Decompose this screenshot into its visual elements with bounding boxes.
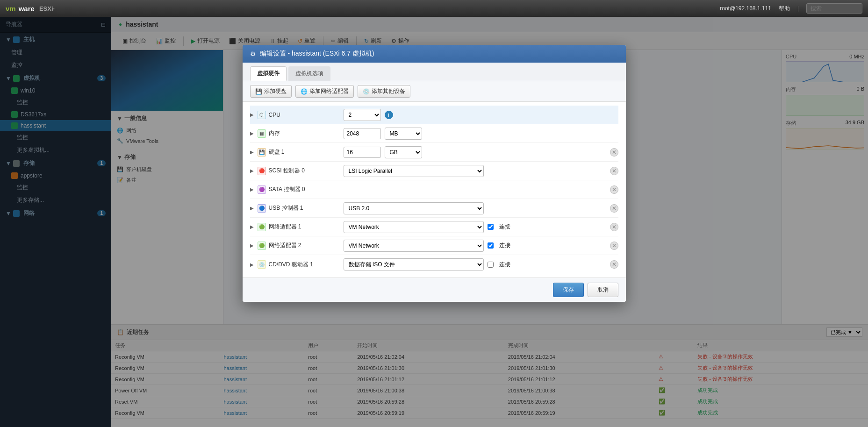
usb-delete-button[interactable]: ✕ xyxy=(610,204,618,213)
usb-expand-icon[interactable]: ▶ xyxy=(250,206,254,211)
cpu-label: CPU xyxy=(269,112,280,118)
modal-settings-icon: ⚙ xyxy=(250,50,256,57)
modal-header-left: ⚙ 编辑设置 - hassistant (ESXi 6.7 虚拟机) xyxy=(250,50,374,58)
hw-row-scsi: ▶ 🔴 SCSI 控制器 0 LSI Logic Parallel LSI Lo… xyxy=(250,162,618,180)
header-right: root@192.168.1.111 帮助 | xyxy=(720,3,862,14)
add-network-icon: 🌐 xyxy=(301,88,308,95)
net2-delete-button[interactable]: ✕ xyxy=(610,242,618,250)
modal-body: ▶ ⬡ CPU 2 i ▶ ▦ 内存 xyxy=(243,102,626,278)
cpu-label-cell: ▶ ⬡ CPU xyxy=(250,111,344,119)
hw-row-disk1: ▶ 💾 硬盘 1 GB TB ✕ xyxy=(250,143,618,162)
disk1-expand-icon[interactable]: ▶ xyxy=(250,149,254,155)
cd-delete-button[interactable]: ✕ xyxy=(610,260,618,269)
disk1-label: 硬盘 1 xyxy=(269,148,285,156)
sata-icon: 🟣 xyxy=(258,185,266,194)
memory-size-input[interactable] xyxy=(344,128,381,139)
usb-control: USB 2.0 USB 3.0 ✕ xyxy=(344,202,618,214)
memory-label-cell: ▶ ▦ 内存 xyxy=(250,129,344,138)
modal-tabs: 虚拟硬件 虚拟机选项 xyxy=(243,63,626,81)
cpu-count-select[interactable]: 2 xyxy=(344,109,381,121)
modal-header: ⚙ 编辑设置 - hassistant (ESXi 6.7 虚拟机) xyxy=(243,45,626,63)
disk1-delete-button[interactable]: ✕ xyxy=(610,148,618,157)
sata-label: SATA 控制器 0 xyxy=(269,185,305,193)
cd-expand-icon[interactable]: ▶ xyxy=(250,262,254,267)
modal-footer: 保存 取消 xyxy=(243,278,626,302)
memory-unit-select[interactable]: MB GB xyxy=(385,128,422,140)
add-other-icon: 💿 xyxy=(363,88,370,95)
add-disk-button[interactable]: 💾 添加硬盘 xyxy=(250,85,292,98)
tab-virtual-hardware[interactable]: 虚拟硬件 xyxy=(250,66,287,81)
net2-connect-label: 连接 xyxy=(499,242,510,249)
net1-delete-button[interactable]: ✕ xyxy=(610,223,618,231)
memory-label: 内存 xyxy=(269,129,280,137)
hw-row-sata: ▶ 🟣 SATA 控制器 0 ✕ xyxy=(250,180,618,199)
scsi-delete-button[interactable]: ✕ xyxy=(610,167,618,175)
modal-toolbar: 💾 添加硬盘 🌐 添加网络适配器 💿 添加其他设备 xyxy=(243,81,626,102)
add-network-label: 添加网络适配器 xyxy=(309,87,349,95)
usb-icon: 🔵 xyxy=(258,204,266,213)
cpu-info-button[interactable]: i xyxy=(385,111,393,119)
tab-vm-options[interactable]: 虚拟机选项 xyxy=(288,66,330,81)
add-network-button[interactable]: 🌐 添加网络适配器 xyxy=(295,85,354,98)
net1-connect-checkbox[interactable] xyxy=(488,224,494,230)
user-label[interactable]: root@192.168.1.111 xyxy=(720,5,771,12)
sata-control: ✕ xyxy=(344,185,618,194)
hw-row-cpu: ▶ ⬡ CPU 2 i xyxy=(250,106,618,124)
save-button[interactable]: 保存 xyxy=(553,283,584,297)
hw-row-usb: ▶ 🔵 USB 控制器 1 USB 2.0 USB 3.0 ✕ xyxy=(250,199,618,218)
ware-text: ware xyxy=(19,5,35,13)
sata-expand-icon[interactable]: ▶ xyxy=(250,187,254,192)
scsi-expand-icon[interactable]: ▶ xyxy=(250,168,254,173)
cd-control: 数据存储 ISO 文件 连接 ✕ xyxy=(344,258,618,270)
net1-expand-icon[interactable]: ▶ xyxy=(250,224,254,229)
top-header: vmware ESXi· root@192.168.1.111 帮助 | xyxy=(0,0,868,17)
hw-row-cd: ▶ 💿 CD/DVD 驱动器 1 数据存储 ISO 文件 连接 ✕ xyxy=(250,255,618,274)
disk1-control: GB TB ✕ xyxy=(344,146,618,158)
scsi-control: LSI Logic Parallel LSI Logic SAS ✕ xyxy=(344,165,618,177)
vmware-logo: vmware ESXi· xyxy=(6,5,55,13)
vmware-text: vm xyxy=(6,5,16,13)
net2-label: 网络适配器 2 xyxy=(269,242,301,249)
hw-row-net2: ▶ 🟢 网络适配器 2 VM Network 连接 ✕ xyxy=(250,236,618,255)
usb-type-select[interactable]: USB 2.0 USB 3.0 xyxy=(344,202,484,214)
cd-connect-label: 连接 xyxy=(499,261,510,269)
hw-row-net1: ▶ 🟢 网络适配器 1 VM Network 连接 ✕ xyxy=(250,218,618,236)
net1-network-select[interactable]: VM Network xyxy=(344,221,484,233)
net2-expand-icon[interactable]: ▶ xyxy=(250,243,254,248)
sata-delete-button[interactable]: ✕ xyxy=(610,185,618,194)
net2-icon: 🟢 xyxy=(258,242,266,250)
add-other-label: 添加其他设备 xyxy=(372,87,405,95)
net2-network-select[interactable]: VM Network xyxy=(344,240,484,252)
cd-type-select[interactable]: 数据存储 ISO 文件 xyxy=(344,258,484,270)
add-other-button[interactable]: 💿 添加其他设备 xyxy=(358,85,410,98)
hw-row-memory: ▶ ▦ 内存 MB GB xyxy=(250,124,618,143)
sata-label-cell: ▶ 🟣 SATA 控制器 0 xyxy=(250,185,344,194)
scsi-icon: 🔴 xyxy=(258,167,266,175)
help-btn[interactable]: 帮助 xyxy=(779,5,790,13)
add-disk-icon: 💾 xyxy=(255,88,262,95)
search-input[interactable] xyxy=(806,3,862,14)
ram-icon: ▦ xyxy=(258,129,266,138)
usb-label-cell: ▶ 🔵 USB 控制器 1 xyxy=(250,204,344,213)
modal-overlay: ⚙ 编辑设置 - hassistant (ESXi 6.7 虚拟机) 虚拟硬件 … xyxy=(0,17,868,427)
cpu-control: 2 i xyxy=(344,109,618,121)
scsi-type-select[interactable]: LSI Logic Parallel LSI Logic SAS xyxy=(344,165,484,177)
memory-expand-icon[interactable]: ▶ xyxy=(250,131,254,136)
disk1-unit-select[interactable]: GB TB xyxy=(385,146,422,158)
scsi-label-cell: ▶ 🔴 SCSI 控制器 0 xyxy=(250,167,344,175)
net2-connect-checkbox[interactable] xyxy=(488,242,494,249)
cpu-expand-icon[interactable]: ▶ xyxy=(250,112,254,117)
scsi-label: SCSI 控制器 0 xyxy=(269,167,305,175)
cd-connect-checkbox[interactable] xyxy=(488,262,494,268)
net1-label-cell: ▶ 🟢 网络适配器 1 xyxy=(250,223,344,231)
cd-label-cell: ▶ 💿 CD/DVD 驱动器 1 xyxy=(250,260,344,269)
net2-control: VM Network 连接 ✕ xyxy=(344,240,618,252)
net1-control: VM Network 连接 ✕ xyxy=(344,221,618,233)
modal-title: 编辑设置 - hassistant (ESXi 6.7 虚拟机) xyxy=(260,50,374,58)
disk1-label-cell: ▶ 💾 硬盘 1 xyxy=(250,148,344,157)
cancel-button[interactable]: 取消 xyxy=(588,283,618,297)
add-disk-label: 添加硬盘 xyxy=(264,87,287,95)
net1-icon: 🟢 xyxy=(258,223,266,231)
disk1-size-input[interactable] xyxy=(344,147,381,158)
usb-label: USB 控制器 1 xyxy=(269,204,303,212)
